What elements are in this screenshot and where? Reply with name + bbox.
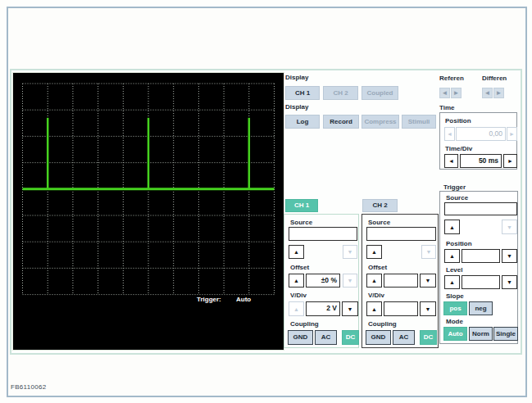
ch2-offset-up-button[interactable]: ▲	[366, 274, 382, 288]
ch1-panel: Source ▲ ▼ Offset ▲ ±0 % ▼ V/Div ▲ 2 V ▼…	[284, 214, 359, 348]
ch1-source-label: Source	[290, 219, 312, 226]
time-group-box: Position ◄ 0,00 ► Time/Div ◄ 50 ms ►	[439, 112, 517, 170]
time-position-decrease-button[interactable]: ◄	[444, 127, 455, 141]
ch1-source-field[interactable]	[289, 227, 357, 241]
ch2-offset-down-button[interactable]: ▼	[420, 274, 436, 288]
ch1-coupling-dc-button[interactable]: DC	[342, 330, 359, 345]
differential-label: Differen	[482, 75, 507, 82]
ch2-vdiv-field[interactable]	[384, 301, 418, 316]
time-position-field[interactable]: 0,00	[456, 127, 506, 141]
mode-auto-button[interactable]: Auto	[443, 327, 467, 341]
trigger-group-box: Source ▲ ▼ Position ▲ ▼ Level ▲ ▼ Slope …	[439, 191, 518, 344]
timediv-increase-button[interactable]: ►	[503, 154, 517, 168]
display-channels-label: Display	[285, 74, 308, 81]
ch1-coupling-label: Coupling	[290, 320, 319, 328]
ch2-coupling-label: Coupling	[368, 320, 397, 328]
stimuli-button[interactable]: Stimuli	[402, 115, 436, 129]
trigger-position-up-button[interactable]: ▲	[444, 249, 460, 263]
trigger-level-label: Level	[446, 266, 462, 274]
trigger-source-up-button[interactable]: ▲	[444, 220, 460, 234]
trigger-position-field[interactable]	[462, 249, 500, 263]
timediv-label: Time/Div	[445, 145, 472, 152]
reference-label: Referen	[439, 75, 464, 82]
ch2-panel: Source ▲ ▼ Offset ▲ ▼ V/Div ▲ ▼ Coupling…	[361, 214, 439, 348]
trigger-position-down-button[interactable]: ▼	[502, 249, 517, 263]
ch1-vdiv-label: V/Div	[290, 292, 307, 299]
mode-norm-button[interactable]: Norm	[469, 327, 493, 341]
ch2-source-field[interactable]	[366, 227, 436, 241]
tab-ch2[interactable]: CH 2	[362, 199, 398, 212]
ch1-offset-down-button[interactable]: ▼	[343, 274, 357, 288]
oscilloscope-app: Trigger: Auto Display CH 1 CH 2 Coupled …	[0, 0, 532, 403]
ch1-vdiv-down-button[interactable]: ▼	[342, 301, 358, 316]
ch1-offset-field[interactable]: ±0 %	[306, 274, 340, 288]
display-ch1-button[interactable]: CH 1	[285, 86, 320, 100]
ch2-coupling-gnd-button[interactable]: GND	[366, 330, 391, 345]
slope-pos-button[interactable]: pos	[443, 301, 467, 315]
trigger-source-down-button[interactable]: ▼	[502, 220, 517, 234]
ch1-vdiv-up-button[interactable]: ▲	[289, 301, 304, 316]
trigger-readout-value: Auto	[236, 296, 251, 303]
ch2-vdiv-down-button[interactable]: ▼	[420, 301, 436, 316]
scope-waveform	[13, 73, 284, 350]
reference-next-button[interactable]: ►	[451, 88, 462, 98]
ch2-vdiv-up-button[interactable]: ▲	[366, 301, 382, 316]
timediv-decrease-button[interactable]: ◄	[444, 154, 458, 168]
trigger-slope-label: Slope	[446, 292, 464, 300]
slope-neg-button[interactable]: neg	[469, 301, 493, 315]
trigger-position-label: Position	[446, 240, 472, 247]
time-position-label: Position	[445, 117, 471, 125]
display-ch2-button[interactable]: CH 2	[323, 86, 358, 100]
ch1-coupling-ac-button[interactable]: AC	[315, 330, 337, 345]
display-coupled-button[interactable]: Coupled	[361, 86, 398, 100]
trigger-source-label: Source	[446, 194, 468, 202]
record-button[interactable]: Record	[323, 115, 359, 129]
compress-button[interactable]: Compress	[361, 115, 399, 129]
timediv-field[interactable]: 50 ms	[460, 154, 502, 168]
figure-code: FB6110062	[11, 383, 46, 391]
ch1-vdiv-field[interactable]: 2 V	[306, 301, 340, 316]
ch2-offset-field[interactable]	[384, 274, 418, 288]
trigger-mode-label: Mode	[446, 318, 463, 325]
ch1-offset-label: Offset	[290, 264, 309, 271]
trigger-readout-label: Trigger:	[197, 296, 221, 303]
mode-single-button[interactable]: Single	[493, 327, 518, 341]
ch2-vdiv-label: V/Div	[368, 292, 384, 299]
display-modes-label: Display	[285, 103, 308, 111]
reference-prev-button[interactable]: ◄	[439, 88, 450, 98]
trigger-source-field[interactable]	[444, 202, 517, 215]
trigger-section-title: Trigger	[443, 183, 466, 191]
ch2-source-up-button[interactable]: ▲	[366, 245, 382, 259]
ch2-offset-label: Offset	[368, 264, 387, 271]
differential-prev-button[interactable]: ◄	[482, 88, 493, 98]
tab-ch1[interactable]: CH 1	[285, 199, 318, 212]
log-button[interactable]: Log	[285, 115, 320, 129]
trigger-level-field[interactable]	[462, 275, 500, 289]
time-section-title: Time	[439, 104, 455, 111]
time-position-increase-button[interactable]: ►	[507, 127, 517, 141]
ch2-source-down-button[interactable]: ▼	[421, 245, 436, 259]
ch2-coupling-dc-button[interactable]: DC	[420, 330, 437, 345]
oscilloscope-display: Trigger: Auto	[12, 72, 284, 351]
ch1-offset-up-button[interactable]: ▲	[289, 274, 304, 288]
trigger-level-down-button[interactable]: ▼	[502, 275, 517, 289]
trigger-level-up-button[interactable]: ▲	[444, 275, 460, 289]
differential-next-button[interactable]: ►	[493, 88, 504, 98]
ch2-coupling-ac-button[interactable]: AC	[393, 330, 415, 345]
ch2-source-label: Source	[368, 219, 390, 226]
ch1-coupling-gnd-button[interactable]: GND	[288, 330, 313, 345]
ch1-source-up-button[interactable]: ▲	[289, 245, 304, 259]
ch1-source-down-button[interactable]: ▼	[343, 245, 357, 259]
